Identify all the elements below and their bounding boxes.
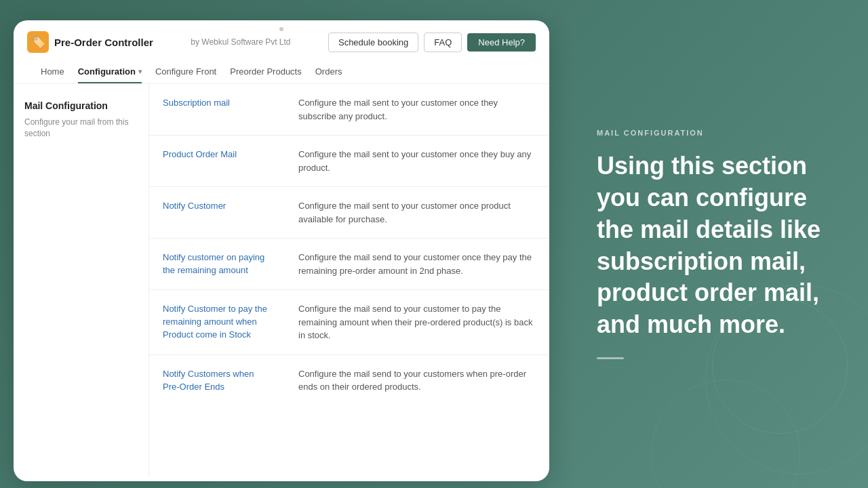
config-desc-0: Configure the mail sent to your customer… xyxy=(298,98,498,121)
app-icon: 🏷️ xyxy=(27,31,49,53)
sidebar-description: Configure your mail from this section xyxy=(24,117,138,140)
table-row: Product Order Mail Configure the mail se… xyxy=(149,136,549,187)
app-brand: 🏷️ Pre-Order Controller xyxy=(27,31,153,53)
nav-item-home[interactable]: Home xyxy=(41,61,64,83)
config-link-5[interactable]: Notify Customers when Pre-Order Ends xyxy=(163,369,254,392)
config-desc-4: Configure the mail send to your customer… xyxy=(298,304,532,340)
config-desc-3: Configure the mail send to your customer… xyxy=(298,252,532,276)
table-row: Notify Customers when Pre-Order Ends Con… xyxy=(149,354,549,406)
config-link-1[interactable]: Product Order Mail xyxy=(163,149,237,159)
config-link-4[interactable]: Notify Customer to pay the remaining amo… xyxy=(163,304,267,340)
nav-item-preorder-products[interactable]: Preorder Products xyxy=(230,61,302,83)
faq-button[interactable]: FAQ xyxy=(424,33,462,52)
table-row: Notify Customer Configure the mail sent … xyxy=(149,187,549,239)
config-link-3[interactable]: Notify customer on paying the remaining … xyxy=(163,252,264,275)
right-panel: MAIL CONFIGURATION Using this section yo… xyxy=(542,0,868,488)
main-content: Subscription mail Configure the mail sen… xyxy=(149,84,549,477)
right-panel-label: MAIL CONFIGURATION xyxy=(597,129,827,137)
nav-bar: Home Configuration ▾ Configure Front Pre… xyxy=(27,61,536,83)
card-body: Mail Configuration Configure your mail f… xyxy=(14,84,549,477)
app-title: Pre-Order Controller xyxy=(54,37,153,48)
chevron-down-icon: ▾ xyxy=(138,68,142,75)
schedule-booking-button[interactable]: Schedule booking xyxy=(328,33,418,52)
right-panel-divider xyxy=(597,357,624,359)
table-row: Notify customer on paying the remaining … xyxy=(149,239,549,290)
nav-item-configure-front[interactable]: Configure Front xyxy=(155,61,216,83)
table-row: Subscription mail Configure the mail sen… xyxy=(149,84,549,136)
nav-item-configuration[interactable]: Configuration ▾ xyxy=(78,61,142,83)
config-desc-5: Configure the mail send to your customer… xyxy=(298,369,526,392)
config-table: Subscription mail Configure the mail sen… xyxy=(149,84,549,406)
header-top: 🏷️ Pre-Order Controller by Webkul Softwa… xyxy=(27,31,536,53)
config-desc-1: Configure the mail sent to your customer… xyxy=(298,149,531,173)
sidebar-title: Mail Configuration xyxy=(24,100,138,111)
app-card: 🏷️ Pre-Order Controller by Webkul Softwa… xyxy=(14,20,549,481)
need-help-button[interactable]: Need Help? xyxy=(467,33,536,52)
sidebar: Mail Configuration Configure your mail f… xyxy=(14,84,149,477)
config-link-2[interactable]: Notify Customer xyxy=(163,201,226,211)
config-desc-2: Configure the mail sent to your customer… xyxy=(298,201,511,224)
nav-item-orders[interactable]: Orders xyxy=(315,61,342,83)
table-row: Notify Customer to pay the remaining amo… xyxy=(149,290,549,355)
config-link-0[interactable]: Subscription mail xyxy=(163,98,230,108)
header-actions: Schedule booking FAQ Need Help? xyxy=(328,33,536,52)
dot-indicator xyxy=(279,27,283,31)
by-text: by Webkul Software Pvt Ltd xyxy=(191,37,290,47)
